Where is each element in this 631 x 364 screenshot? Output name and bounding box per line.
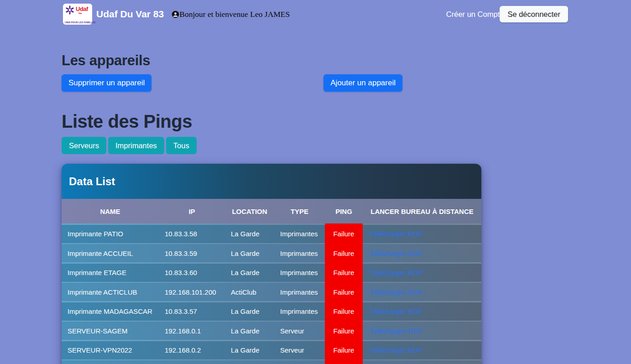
data-list-card-header: Data List: [62, 164, 481, 199]
table-row: Imprimante ACCUEIL 10.83.3.59 La Garde I…: [62, 244, 481, 262]
cell-type: Serveur: [274, 327, 325, 335]
cell-location: La Garde: [225, 346, 274, 354]
ping-status: Failure: [325, 225, 363, 243]
cell-rdp: Télécharger RDP: [363, 269, 481, 276]
cell-ip-address: 192.168.0.1: [159, 327, 225, 335]
add-device-button[interactable]: Ajouter un appareil: [323, 74, 402, 92]
download-rdp-link[interactable]: Télécharger RDP: [370, 327, 422, 335]
cell-device-name: SERVEUR-VPN2022: [62, 346, 159, 354]
devices-section-title: Les appareils: [62, 52, 631, 69]
column-header-ping: PING: [325, 208, 363, 215]
cell-type: Imprimantes: [274, 269, 325, 276]
cell-rdp: Télécharger RDP: [363, 327, 481, 335]
ping-status: Failure: [325, 283, 363, 301]
cell-ip-address: 192.168.0.2: [159, 346, 225, 354]
cell-ip-address: 10.83.3.60: [159, 269, 225, 276]
filter-servers-button[interactable]: Serveurs: [62, 137, 106, 154]
cell-location: La Garde: [225, 307, 274, 315]
logout-button[interactable]: Se déconnecter: [500, 6, 568, 22]
cell-location: La Garde: [225, 250, 274, 257]
udaf-star-icon: [65, 5, 75, 15]
cell-type: Imprimantes: [274, 230, 325, 238]
main-content: Les appareils Supprimer un appareil Ajou…: [0, 52, 631, 364]
download-rdp-link[interactable]: Télécharger RDP: [370, 269, 422, 276]
cell-ip-address: 10.83.3.57: [159, 307, 225, 315]
table-row: SERVEUR-VPN2022 192.168.0.2 La Garde Ser…: [62, 341, 481, 359]
download-rdp-link[interactable]: Télécharger RDP: [370, 288, 422, 296]
cell-rdp: Télécharger RDP: [363, 288, 481, 296]
ping-status: Failure: [325, 302, 363, 321]
ping-filters: Serveurs Imprimantes Tous: [62, 137, 631, 154]
table-row: Imprimante PATIO 10.83.3.58 La Garde Imp…: [62, 225, 481, 243]
data-list-title: Data List: [69, 175, 474, 188]
ping-status: Failure: [325, 244, 363, 262]
cell-type: Imprimantes: [274, 307, 325, 315]
cell-location: La Garde: [225, 327, 274, 335]
cell-device-name: Imprimante ETAGE: [62, 269, 159, 276]
table-row: Imprimante ETAGE 10.83.3.60 La Garde Imp…: [62, 264, 481, 282]
ping-status: Failure: [325, 264, 363, 282]
cell-rdp: Télécharger RDP: [363, 346, 481, 354]
logo-udaf-text: Udaf: [76, 6, 88, 12]
cell-ip-address: 10.83.3.59: [159, 250, 225, 257]
delete-device-button[interactable]: Supprimer un appareil: [62, 74, 151, 92]
download-rdp-link[interactable]: Télécharger RDP: [370, 307, 422, 315]
site-title: Udaf Du Var 83: [96, 9, 164, 20]
column-header-rdp: LANCER BUREAU À DISTANCE: [363, 208, 481, 215]
ping-status: Failure: [325, 360, 363, 364]
download-rdp-link[interactable]: Télécharger RDP: [370, 346, 422, 354]
cell-device-name: Imprimante PATIO: [62, 230, 159, 238]
cell-rdp: Télécharger RDP: [363, 230, 481, 238]
cell-device-name: Imprimante ACCUEIL: [62, 250, 159, 257]
create-account-link[interactable]: Créer un Compte: [446, 10, 504, 19]
filter-all-button[interactable]: Tous: [166, 137, 197, 154]
download-rdp-link[interactable]: Télécharger RDP: [370, 230, 422, 238]
data-list-card: Data List NAME IP LOCATION TYPE PING LAN…: [62, 164, 481, 364]
cell-location: ActiClub: [225, 288, 274, 296]
cell-ip-address: 10.83.3.58: [159, 230, 225, 238]
cell-location: La Garde: [225, 269, 274, 276]
table-row: Imprimante MADAGASCAR 10.83.3.57 La Gard…: [62, 302, 481, 321]
ping-status-column: FailureFailureFailureFailureFailureFailu…: [325, 224, 363, 364]
cell-type: Imprimantes: [274, 250, 325, 257]
logo-tagline: UNIS POUR LES FAMILLES: [65, 21, 90, 24]
cell-device-name: SERVEUR-SAGEM: [62, 327, 159, 335]
cell-device-name: Imprimante MADAGASCAR: [62, 307, 159, 315]
cell-ip-address: 192.168.101.200: [159, 288, 225, 296]
pings-section-title: Liste des Pings: [62, 111, 631, 132]
download-rdp-link[interactable]: Télécharger RDP: [370, 250, 422, 257]
ping-status: Failure: [325, 341, 363, 359]
cell-device-name: Imprimante ACTICLUB: [62, 288, 159, 296]
welcome-text: Bonjour et bienvenue Leo JAMES: [179, 10, 290, 19]
table-header-row: NAME IP LOCATION TYPE PING LANCER BUREAU…: [62, 199, 481, 224]
welcome-message: Bonjour et bienvenue Leo JAMES: [172, 10, 290, 19]
device-actions: Supprimer un appareil Ajouter un apparei…: [62, 74, 402, 92]
udaf-logo: Udaf Var UNIS POUR LES FAMILLES: [63, 4, 92, 25]
table-row: SERVEUR-SAGEM 192.168.0.1 La Garde Serve…: [62, 322, 481, 340]
column-header-ip: IP: [159, 208, 225, 215]
top-navigation-bar: Udaf Var UNIS POUR LES FAMILLES Udaf Du …: [0, 0, 631, 28]
table-rows: Imprimante PATIO 10.83.3.58 La Garde Imp…: [62, 225, 481, 364]
column-header-location: LOCATION: [225, 208, 274, 215]
user-circle-icon: [172, 10, 179, 18]
cell-location: La Garde: [225, 230, 274, 238]
ping-status: Failure: [325, 322, 363, 340]
table-body: FailureFailureFailureFailureFailureFailu…: [62, 224, 481, 364]
cell-rdp: Télécharger RDP: [363, 307, 481, 315]
cell-type: Serveur: [274, 346, 325, 354]
cell-rdp: Télécharger RDP: [363, 250, 481, 257]
logo-var-text: Var: [78, 12, 88, 15]
filter-printers-button[interactable]: Imprimantes: [108, 137, 164, 154]
table-row: SERVEUR-WIN2012 192.168.1.2 La Garde Ser…: [62, 360, 481, 364]
table-row: Imprimante ACTICLUB 192.168.101.200 Acti…: [62, 283, 481, 301]
cell-type: Imprimantes: [274, 288, 325, 296]
column-header-name: NAME: [62, 208, 159, 215]
column-header-type: TYPE: [274, 208, 325, 215]
